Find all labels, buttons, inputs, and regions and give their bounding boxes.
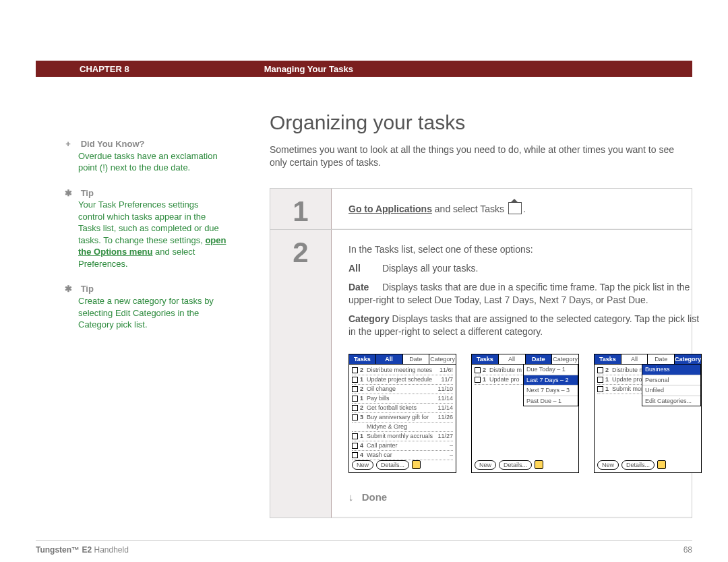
product-name: Tungsten™ E2 Handheld: [36, 545, 129, 555]
palm-screen-category: Tasks All Date Category 2Distribute mee1…: [594, 354, 702, 473]
dropdown-item: Edit Categories...: [642, 396, 700, 406]
palm3-details-button: Details...: [621, 460, 655, 470]
task-row: 1Update project schedule11/7: [352, 375, 453, 385]
palm3-dropdown: BusinessPersonalUnfiledEdit Categories..…: [642, 364, 701, 406]
palm1-tab-all: All: [376, 354, 403, 365]
dropdown-item: Business: [642, 365, 700, 375]
palm2-details-button: Details...: [499, 460, 532, 470]
palm2-tab-date: Date: [526, 354, 553, 365]
dropdown-item: Last 7 Days – 2: [524, 375, 578, 386]
palm2-tabs: Tasks All Date Category: [472, 354, 578, 365]
palm3-tab-category: Category: [675, 354, 701, 365]
down-arrow-icon: ↓: [348, 491, 354, 503]
def-all: All Displays all your tasks.: [348, 262, 702, 276]
dropdown-item: Past Due – 1: [524, 396, 578, 406]
task-row: 4Call painter–: [352, 441, 453, 451]
step-1: 1 Go to Applications and select Tasks .: [270, 189, 692, 230]
page-number: 68: [684, 545, 692, 555]
step-2: 2 In the Tasks list, select one of these…: [270, 230, 692, 518]
page-title: Organizing your tasks: [270, 111, 692, 134]
task-row: 1Pay bills11/14: [352, 394, 453, 404]
chapter-label: CHAPTER 8: [80, 64, 129, 74]
def-category: Category Displays tasks that are assigne…: [348, 313, 702, 339]
task-row: 2Get football tickets11/14: [352, 404, 453, 413]
tip2-block: ✱ Tip Create a new category for tasks by…: [78, 283, 226, 330]
palm2-new-button: New: [475, 460, 496, 470]
palm1-tab-date: Date: [403, 354, 430, 365]
screenshots-row: Tasks All Date Category 2Distribute meet…: [348, 354, 702, 473]
palm1-details-button: Details...: [376, 460, 409, 470]
dropdown-item: Unfiled: [642, 385, 700, 396]
note-icon: [657, 460, 666, 469]
palm1-new-button: New: [352, 460, 373, 470]
palm2-footer: New Details...: [475, 460, 576, 470]
page-footer: Tungsten™ E2 Handheld 68: [36, 540, 692, 555]
palm1-tab-tasks: Tasks: [349, 354, 376, 365]
note-icon: [535, 460, 543, 469]
dropdown-item: Next 7 Days – 3: [524, 385, 578, 396]
task-row: 2Oil change11/10: [352, 385, 453, 394]
palm3-new-button: New: [597, 460, 619, 470]
step-1-body: Go to Applications and select Tasks .: [332, 189, 692, 230]
dropdown-item: Due Today – 1: [524, 365, 578, 375]
done-row: ↓ Done: [348, 490, 702, 504]
palm1-tabs: Tasks All Date Category: [349, 354, 456, 365]
palm2-tab-category: Category: [552, 354, 578, 365]
step-2-body: In the Tasks list, select one of these o…: [332, 230, 719, 518]
dropdown-item: Personal: [642, 375, 700, 386]
main-content: Organizing your tasks Sometimes you want…: [270, 111, 692, 518]
did-you-know-text: Overdue tasks have an exclamation point …: [78, 150, 226, 174]
applications-icon: [508, 202, 522, 214]
step-2-number: 2: [270, 230, 332, 518]
header-title: Managing Your Tasks: [264, 64, 353, 74]
task-row: 1Submit monthly accruals11/27: [352, 432, 453, 441]
palm2-dropdown: Due Today – 1Last 7 Days – 2Next 7 Days …: [523, 364, 578, 406]
intro-text: Sometimes you want to look at all the th…: [270, 144, 692, 169]
palm2-tab-all: All: [499, 354, 526, 365]
palm-screen-all: Tasks All Date Category 2Distribute meet…: [348, 354, 456, 473]
step-1-number: 1: [270, 189, 332, 230]
palm2-tab-tasks: Tasks: [472, 354, 499, 365]
asterisk-icon: ✱: [63, 187, 73, 199]
palm3-tab-date: Date: [648, 354, 675, 365]
note-icon: [412, 460, 421, 469]
tip1-head: ✱ Tip: [78, 187, 226, 199]
task-row: Midyne & Greg: [352, 423, 453, 432]
steps-container: 1 Go to Applications and select Tasks . …: [270, 188, 692, 518]
palm1-footer: New Details...: [352, 460, 453, 470]
palm-screen-date: Tasks All Date Category 2Distribute m1Up…: [471, 354, 579, 473]
asterisk-icon: ✱: [63, 283, 73, 295]
applications-link[interactable]: Go to Applications: [348, 204, 432, 214]
palm1-tab-category: Category: [429, 354, 456, 365]
palm3-tab-all: All: [621, 354, 648, 365]
def-date: Date Displays tasks that are due in a sp…: [348, 281, 702, 307]
plus-icon: +: [63, 138, 73, 150]
chapter-header: CHAPTER 8 Managing Your Tasks: [36, 61, 692, 77]
tip2-text: Create a new category for tasks by selec…: [78, 295, 226, 331]
palm1-rows: 2Distribute meeting notes11/6!1Update pr…: [349, 365, 456, 462]
step-2-intro: In the Tasks list, select one of these o…: [348, 243, 702, 257]
did-you-know-head: + Did You Know?: [78, 138, 226, 150]
tip1-text: Your Task Preferences settings control w…: [78, 199, 226, 270]
palm3-tab-tasks: Tasks: [595, 354, 621, 365]
task-row: 2Distribute meeting notes11/6!: [352, 366, 453, 375]
task-row: 3Buy anniversary gift for11/26: [352, 413, 453, 423]
palm3-footer: New Details...: [597, 460, 698, 470]
did-you-know-block: + Did You Know? Overdue tasks have an ex…: [78, 138, 226, 174]
tip2-head: ✱ Tip: [78, 283, 226, 295]
sidebar: + Did You Know? Overdue tasks have an ex…: [78, 138, 226, 344]
palm3-tabs: Tasks All Date Category: [595, 354, 701, 365]
tip1-block: ✱ Tip Your Task Preferences settings con…: [78, 187, 226, 270]
task-row: 4Wash car–: [352, 451, 453, 460]
